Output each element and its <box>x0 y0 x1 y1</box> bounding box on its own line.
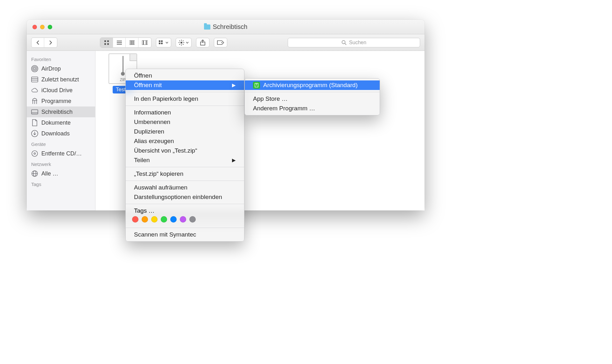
ctx-tags-label: Tags … <box>126 206 244 214</box>
ctx-separator <box>126 181 244 181</box>
svg-rect-3 <box>107 43 109 45</box>
ctx-trash[interactable]: In den Papierkorb legen <box>126 94 244 104</box>
ctx-open-with[interactable]: Öffnen mit ▶ <box>126 80 244 90</box>
sidebar-item-label: Entfernte CD/… <box>41 150 82 157</box>
icon-view-button[interactable] <box>100 38 113 47</box>
ctx-alias[interactable]: Alias erzeugen <box>126 136 244 146</box>
toolbar: Suchen <box>27 34 425 51</box>
svg-rect-33 <box>32 77 38 82</box>
open-with-submenu: Archivierungsprogramm (Standard) App Sto… <box>244 78 380 115</box>
close-window-button[interactable] <box>32 25 37 29</box>
ctx-info[interactable]: Informationen <box>126 108 244 117</box>
sidebar-tags-header: Tags <box>27 179 95 188</box>
sidebar-item-label: Programme <box>41 98 71 105</box>
recents-icon <box>31 76 38 83</box>
globe-icon <box>31 170 38 177</box>
submenu-separator <box>245 92 380 92</box>
minimize-window-button[interactable] <box>40 25 45 29</box>
sidebar-item-airdrop[interactable]: AirDrop <box>27 63 95 74</box>
submenu-other-app[interactable]: Anderem Programm … <box>245 104 380 113</box>
ctx-copy[interactable]: „Test.zip“ kopieren <box>126 169 244 179</box>
sidebar-network-header: Netzwerk <box>27 159 95 168</box>
svg-rect-15 <box>159 43 160 44</box>
view-mode-segment <box>100 38 151 48</box>
svg-line-22 <box>179 40 180 41</box>
tag-color-dot[interactable] <box>170 216 177 223</box>
svg-rect-2 <box>104 43 106 45</box>
desktop-icon <box>31 108 38 115</box>
ctx-tag-row <box>126 214 244 226</box>
svg-rect-14 <box>161 40 163 42</box>
ctx-cleanup[interactable]: Auswahl aufräumen <box>126 183 244 192</box>
tag-color-dot[interactable] <box>151 216 158 223</box>
column-view-button[interactable] <box>126 38 138 47</box>
svg-rect-1 <box>107 40 109 42</box>
sidebar-item-downloads[interactable]: Downloads <box>27 128 95 139</box>
sidebar-item-desktop[interactable]: Schreibtisch <box>27 106 95 117</box>
back-button[interactable] <box>32 38 44 47</box>
svg-rect-0 <box>104 40 106 42</box>
submenu-arrow-icon: ▶ <box>232 157 236 163</box>
sidebar-item-recents[interactable]: Zuletzt benutzt <box>27 74 95 85</box>
disc-icon <box>31 150 38 157</box>
svg-rect-13 <box>159 40 160 42</box>
search-field[interactable]: Suchen <box>288 38 420 47</box>
submenu-default-app[interactable]: Archivierungsprogramm (Standard) <box>245 80 380 90</box>
sidebar-item-remote-disc[interactable]: Entfernte CD/… <box>27 148 95 159</box>
svg-point-17 <box>180 42 182 44</box>
action-button[interactable] <box>176 38 192 47</box>
svg-point-31 <box>33 67 37 71</box>
ctx-open[interactable]: Öffnen <box>126 71 244 80</box>
window-title-wrap: Schreibtisch <box>27 23 425 31</box>
tag-color-dot[interactable] <box>180 216 186 223</box>
fullscreen-window-button[interactable] <box>48 25 52 29</box>
group-by-button[interactable] <box>156 38 171 47</box>
airdrop-icon <box>31 65 38 72</box>
tag-color-dot[interactable] <box>132 216 138 223</box>
ctx-viewoptions[interactable]: Darstellungsoptionen einblenden <box>126 192 244 202</box>
svg-point-28 <box>342 40 345 44</box>
cloud-icon <box>31 87 38 94</box>
svg-rect-7 <box>130 40 131 45</box>
sidebar: Favoriten AirDrop Zuletzt benutzt iCloud… <box>27 51 95 210</box>
submenu-arrow-icon: ▶ <box>232 82 236 88</box>
ctx-separator <box>126 204 244 204</box>
gallery-view-button[interactable] <box>138 38 151 47</box>
ctx-quicklook[interactable]: Übersicht von „Test.zip“ <box>126 146 244 155</box>
share-button[interactable] <box>196 38 209 47</box>
sidebar-item-icloud[interactable]: iCloud Drive <box>27 85 95 96</box>
titlebar: Schreibtisch <box>27 20 425 34</box>
sidebar-item-label: Schreibtisch <box>41 109 73 115</box>
sidebar-item-label: Downloads <box>41 130 70 137</box>
svg-rect-10 <box>142 40 143 45</box>
sidebar-item-label: Alle … <box>41 170 58 177</box>
ctx-share[interactable]: Teilen ▶ <box>126 155 244 165</box>
ctx-rename[interactable]: Umbenennen <box>126 117 244 127</box>
search-icon <box>341 40 347 45</box>
sidebar-item-network-all[interactable]: Alle … <box>27 168 95 179</box>
archive-utility-icon <box>253 82 260 89</box>
forward-button[interactable] <box>44 38 57 47</box>
downloads-icon <box>31 130 38 137</box>
ctx-separator <box>126 106 244 106</box>
svg-point-39 <box>32 151 38 156</box>
sidebar-item-applications[interactable]: Programme <box>27 96 95 106</box>
ctx-scan-symantec[interactable]: Scannen mit Symantec <box>126 230 244 239</box>
list-view-button[interactable] <box>113 38 126 47</box>
svg-rect-36 <box>32 110 38 114</box>
ctx-duplicate[interactable]: Duplizieren <box>126 127 244 136</box>
tag-color-dot[interactable] <box>142 216 148 223</box>
ctx-separator <box>126 228 244 228</box>
sidebar-item-documents[interactable]: Dokumente <box>27 117 95 128</box>
svg-rect-11 <box>144 40 146 45</box>
tags-button[interactable] <box>214 38 227 47</box>
ctx-separator <box>126 167 244 167</box>
sidebar-devices-header: Geräte <box>27 139 95 148</box>
sidebar-item-label: Dokumente <box>41 120 71 126</box>
tag-color-dot[interactable] <box>161 216 167 223</box>
tag-color-dot[interactable] <box>189 216 196 223</box>
submenu-app-store[interactable]: App Store … <box>245 94 380 104</box>
svg-point-27 <box>222 42 222 43</box>
folder-icon <box>204 24 210 30</box>
svg-rect-16 <box>161 43 163 44</box>
